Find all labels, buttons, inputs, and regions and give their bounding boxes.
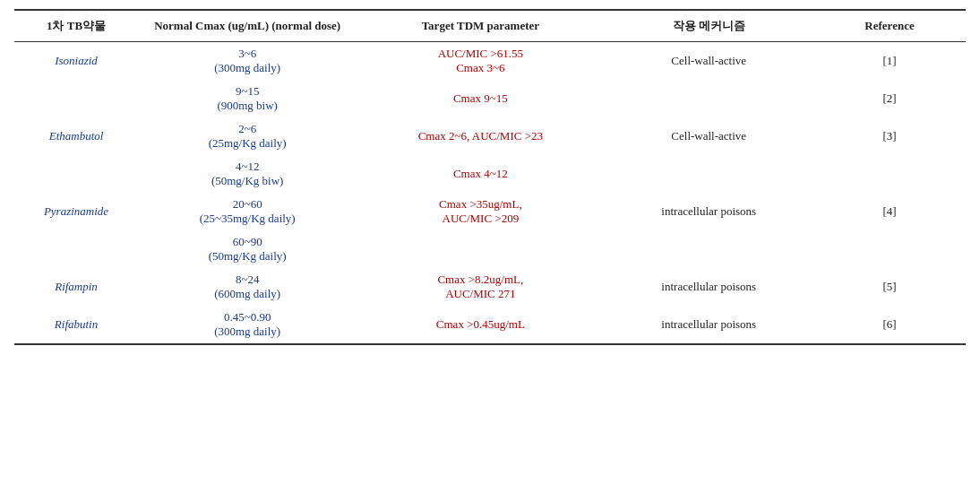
cell-mechanism: Cell-wall-active <box>604 117 813 155</box>
table-row: Rifampin8~24(600mg daily)Cmax >8.2ug/mL,… <box>14 268 966 306</box>
cell-cmax: 9~15(900mg biw) <box>138 80 357 117</box>
table-row: Pyrazinamide20~60(25~35mg/Kg daily)Cmax … <box>14 193 966 230</box>
cell-target: Cmax 2~6, AUC/MIC >23 <box>357 117 604 155</box>
cell-mechanism: intracellular poisons <box>604 306 813 344</box>
cell-target: Cmax 4~12 <box>357 155 604 193</box>
cell-reference <box>813 230 966 268</box>
cell-reference: [2] <box>813 80 966 117</box>
cell-drug: Pyrazinamide <box>14 193 138 230</box>
cell-target: Cmax >35ug/mL,AUC/MIC >209 <box>357 193 604 230</box>
cell-cmax: 8~24(600mg daily) <box>138 268 357 306</box>
table-row: 4~12(50mg/Kg biw)Cmax 4~12 <box>14 155 966 193</box>
cell-target: AUC/MIC >61.55Cmax 3~6 <box>357 42 604 81</box>
cell-cmax: 60~90(50mg/Kg daily) <box>138 230 357 268</box>
cell-reference: [4] <box>813 193 966 230</box>
cell-cmax: 20~60(25~35mg/Kg daily) <box>138 193 357 230</box>
cell-drug <box>14 80 138 117</box>
header-mechanism: 작용 메커니즘 <box>604 10 813 42</box>
cell-mechanism: intracellular poisons <box>604 193 813 230</box>
cell-drug: Isoniazid <box>14 42 138 81</box>
cell-drug: Rifampin <box>14 268 138 306</box>
table-row: 60~90(50mg/Kg daily) <box>14 230 966 268</box>
cell-mechanism <box>604 230 813 268</box>
cell-cmax: 3~6(300mg daily) <box>138 42 357 81</box>
header-target: Target TDM parameter <box>357 10 604 42</box>
cell-drug <box>14 230 138 268</box>
cell-drug: Ethambutol <box>14 117 138 155</box>
table-row: Rifabutin0.45~0.90(300mg daily)Cmax >0.4… <box>14 306 966 344</box>
cell-reference: [5] <box>813 268 966 306</box>
table-row: Ethambutol2~6(25mg/Kg daily)Cmax 2~6, AU… <box>14 117 966 155</box>
cell-target: Cmax >8.2ug/mL,AUC/MIC 271 <box>357 268 604 306</box>
cell-reference: [3] <box>813 117 966 155</box>
cell-drug: Rifabutin <box>14 306 138 344</box>
header-cmax: Normal Cmax (ug/mL) (normal dose) <box>138 10 357 42</box>
table-row: 9~15(900mg biw)Cmax 9~15[2] <box>14 80 966 117</box>
header-drug: 1차 TB약물 <box>14 10 138 42</box>
table-row: Isoniazid3~6(300mg daily)AUC/MIC >61.55C… <box>14 42 966 81</box>
header-reference: Reference <box>813 10 966 42</box>
cell-reference: [6] <box>813 306 966 344</box>
cell-mechanism: intracellular poisons <box>604 268 813 306</box>
cell-cmax: 0.45~0.90(300mg daily) <box>138 306 357 344</box>
main-table: 1차 TB약물 Normal Cmax (ug/mL) (normal dose… <box>14 9 966 345</box>
cell-target: Cmax >0.45ug/mL <box>357 306 604 344</box>
cell-cmax: 4~12(50mg/Kg biw) <box>138 155 357 193</box>
cell-cmax: 2~6(25mg/Kg daily) <box>138 117 357 155</box>
cell-target <box>357 230 604 268</box>
cell-reference <box>813 155 966 193</box>
cell-mechanism: Cell-wall-active <box>604 42 813 81</box>
cell-mechanism <box>604 80 813 117</box>
cell-mechanism <box>604 155 813 193</box>
cell-target: Cmax 9~15 <box>357 80 604 117</box>
cell-reference: [1] <box>813 42 966 81</box>
cell-drug <box>14 155 138 193</box>
